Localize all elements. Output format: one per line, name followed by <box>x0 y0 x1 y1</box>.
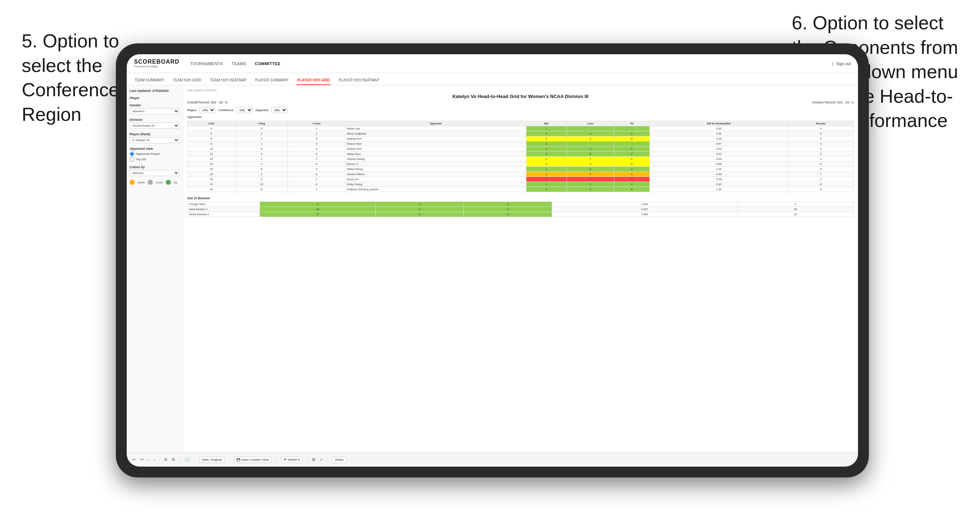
sign-out-link[interactable]: Sign out <box>836 62 851 66</box>
save-custom-btn[interactable]: 💾 Save Custom View <box>234 457 272 463</box>
save-custom-text: Save Custom View <box>242 458 269 462</box>
tab-player-summary[interactable]: PLAYER SUMMARY <box>255 76 289 85</box>
gender-select[interactable]: Women's <box>130 108 180 114</box>
cell-rounds: 3 <box>788 131 854 137</box>
last-updated-text: Last Updated: 27/03/2024 <box>187 89 854 92</box>
app-header: SCOREBOARD Powered by clippd TOURNAMENTS… <box>127 54 858 73</box>
cell-tie: 0 <box>614 187 649 192</box>
cell-tie: 0 <box>614 137 649 141</box>
cell-name: Emily Chang <box>345 182 526 187</box>
sidebar-gender-section: Gender Women's <box>130 103 180 114</box>
cell-rounds: 6 <box>788 187 854 192</box>
radio-opponents-played[interactable]: Opponents Played <box>130 152 180 156</box>
cell-rounds: 2 <box>788 177 854 182</box>
cell-win: 1 <box>526 157 566 162</box>
back-icon[interactable]: ‹ <box>148 457 149 462</box>
cell-rounds: 4 <box>788 146 854 152</box>
forward-icon[interactable]: › <box>153 457 155 462</box>
opponent-view-radio: Opponents Played Top 100 <box>130 152 180 162</box>
settings-icon[interactable]: ⚙ <box>172 457 175 462</box>
table-row: 19 10 6 Emily Chang 4 0 0 0.30 11 <box>188 182 854 187</box>
division-select[interactable]: NCAA Division III <box>130 122 180 129</box>
cell-loss: 2 <box>567 177 614 182</box>
cell-win: 1 <box>526 167 566 172</box>
ood-loss: 0 <box>376 202 464 207</box>
cell-div: 3 <box>188 126 235 131</box>
radio-top100[interactable]: Top 100 <box>130 157 180 162</box>
sidebar: Last Updated: 27/03/2024 Player Gender W… <box>127 85 183 452</box>
cell-loss: 0 <box>567 167 614 172</box>
cell-diff: 4.00 <box>649 146 788 152</box>
ood-win: 5 <box>260 212 376 217</box>
col-loss: Loss <box>567 121 614 126</box>
player-rank-select[interactable]: 8. Katelyn Vo <box>130 137 180 143</box>
tab-team-h2h-heatmap[interactable]: TEAM H2H HEATMAP <box>209 76 247 85</box>
col-diff: Diff Av Strokes/Rnd <box>649 121 788 126</box>
share-btn[interactable]: Share <box>332 457 346 463</box>
cell-win: 2 <box>526 187 566 192</box>
cell-win: 1 <box>526 137 566 141</box>
toolbar-sep1: | <box>159 458 160 462</box>
opponent-view-label: Opponent view <box>130 147 180 151</box>
ood-loss: 0 <box>376 207 464 212</box>
cell-win: 2 <box>526 162 566 167</box>
nav-committee[interactable]: COMMITTEE <box>255 60 280 67</box>
table-row: 14 7 4 Eunice Yi 2 2 0 0.38 9 <box>188 162 854 167</box>
undo-icon[interactable]: ↩ <box>132 457 136 462</box>
cell-conf: 3 <box>288 137 345 141</box>
redo-icon[interactable]: ↪ <box>140 457 143 462</box>
cell-conf: 6 <box>288 172 345 177</box>
sidebar-player-rank-label: Player (Rank) <box>130 132 180 136</box>
color-legend: Down Level Up <box>130 180 180 185</box>
toolbar-sep6: | <box>307 458 307 462</box>
level-dot <box>148 180 153 185</box>
cell-diff: 1.50 <box>649 126 788 131</box>
tablet-screen: SCOREBOARD Powered by clippd TOURNAMENTS… <box>127 54 858 467</box>
cell-loss: 2 <box>567 162 614 167</box>
colour-by-select[interactable]: Win/loss <box>130 170 180 176</box>
tab-team-h2h-grid[interactable]: TEAM H2H GRID <box>172 76 202 85</box>
cell-win: 4 <box>526 182 566 187</box>
cell-diff: 3.33 <box>649 152 788 157</box>
cell-name: Alexis Sudjianto <box>345 131 526 137</box>
tablet: SCOREBOARD Powered by clippd TOURNAMENTS… <box>116 43 869 478</box>
cell-reg: 8 <box>235 167 288 172</box>
watch-btn[interactable]: 👁 Watch ▾ <box>281 457 302 463</box>
layout-icon[interactable]: ⊞ <box>312 457 315 462</box>
save-custom-label: 💾 <box>236 458 240 462</box>
ood-name: NCAA Division 2 <box>188 212 260 217</box>
clock-icon[interactable]: 🕐 <box>185 457 190 462</box>
sidebar-opponent-view-section: Opponent view Opponents Played Top 100 <box>130 147 180 162</box>
cell-rounds: 2 <box>788 157 854 162</box>
cell-div: 13 <box>188 157 235 162</box>
cell-diff: -3.00 <box>649 157 788 162</box>
sidebar-player-section: Player <box>130 96 180 100</box>
cell-name: Jessica Mason <box>345 172 526 177</box>
tab-team-summary[interactable]: TEAM SUMMARY <box>134 76 165 85</box>
opponent-filter-select[interactable]: (All) <box>271 107 288 113</box>
nav-tournaments[interactable]: TOURNAMENTS <box>191 60 223 67</box>
opponents-row: Opponents: <box>187 115 854 119</box>
tab-player-h2h-heatmap[interactable]: PLAYER H2H HEATMAP <box>338 76 380 85</box>
ood-name: NAIA Division 1 <box>188 207 260 212</box>
region-filter-select[interactable]: (All) <box>199 107 215 113</box>
cell-rounds: 4 <box>788 126 854 131</box>
cell-rounds: 3 <box>788 141 854 146</box>
copy-icon[interactable]: ⧉ <box>164 457 167 462</box>
radio-label-top100: Top 100 <box>136 158 146 161</box>
tab-player-h2h-grid[interactable]: PLAYER H2H GRID <box>296 76 331 85</box>
nav-teams[interactable]: TEAMS <box>232 60 246 67</box>
view-original-btn[interactable]: View: Original <box>199 457 224 463</box>
sub-nav: TEAM SUMMARY TEAM H2H GRID TEAM H2H HEAT… <box>127 73 858 85</box>
expand-icon[interactable]: ⤢ <box>320 457 323 462</box>
main-content: Last Updated: 27/03/2024 Player Gender W… <box>127 85 858 452</box>
table-row: 9 1 4 Sharon Mun 1 3.67 3 <box>188 141 854 146</box>
ood-rounds: 30 <box>737 207 853 212</box>
cell-conf: 1 <box>288 126 345 131</box>
cell-rounds: 3 <box>788 152 854 157</box>
conference-filter-select[interactable]: (All) <box>236 107 253 113</box>
cell-diff: -0.94 <box>649 172 788 177</box>
cell-reg: 3 <box>235 137 288 141</box>
table-row: 5 2 2 Alexis Sudjianto 1 0 0 4.00 3 <box>188 131 854 137</box>
record-row: Overall Record: 353 - 34 - 6 Division Re… <box>187 100 854 104</box>
